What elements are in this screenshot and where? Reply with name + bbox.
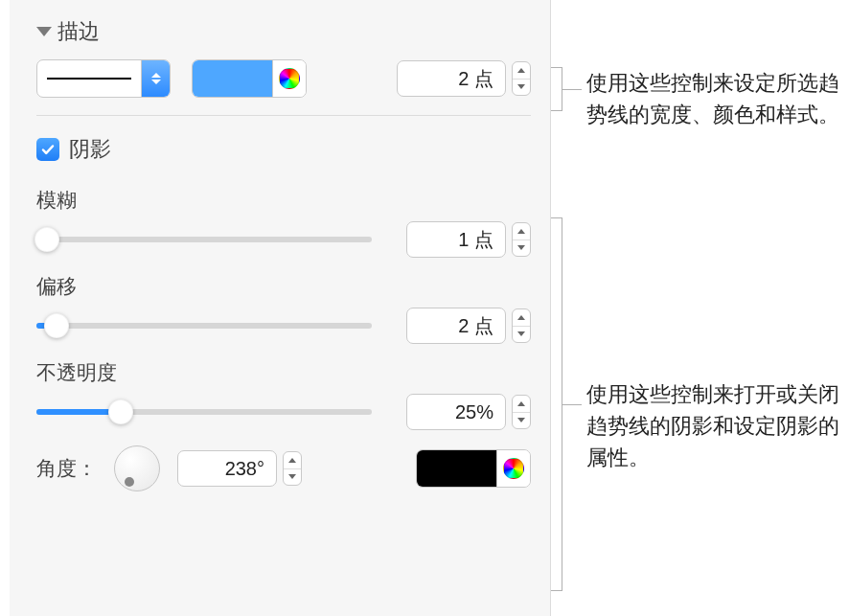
callout-bracket-2 (562, 217, 562, 591)
line-style-popup[interactable] (36, 59, 171, 98)
offset-value-group (406, 308, 531, 344)
angle-row: 角度： (36, 445, 531, 491)
stepper-down-icon[interactable] (513, 240, 530, 257)
stroke-width-stepper[interactable] (512, 61, 531, 96)
angle-label: 角度： (36, 455, 97, 482)
stroke-width-group (397, 60, 531, 97)
shadow-checkbox[interactable] (36, 138, 59, 161)
stepper-down-icon[interactable] (513, 413, 530, 429)
shadow-color-swatch[interactable] (417, 450, 497, 487)
inspector-panel: 描边 阴影 模糊 (10, 0, 551, 616)
callout-bracket-1 (562, 67, 562, 111)
shadow-color-well[interactable] (416, 449, 531, 488)
callout-text-1: 使用这些控制来设定所选趋势线的宽度、颜色和样式。 (586, 67, 839, 130)
line-style-dropdown-button[interactable] (141, 60, 170, 97)
color-wheel-icon (503, 458, 524, 479)
line-style-preview (37, 60, 141, 97)
slider-thumb-icon[interactable] (34, 227, 59, 252)
offset-section: 偏移 (36, 273, 531, 344)
line-icon (47, 78, 131, 80)
stepper-up-icon[interactable] (513, 223, 530, 240)
stroke-color-picker-button[interactable] (273, 60, 306, 97)
stroke-color-swatch[interactable] (193, 60, 273, 97)
shadow-color-picker-button[interactable] (497, 450, 530, 487)
blur-label: 模糊 (36, 187, 531, 214)
opacity-slider[interactable] (36, 398, 372, 426)
blur-stepper[interactable] (512, 222, 531, 257)
offset-label: 偏移 (36, 273, 531, 300)
offset-slider[interactable] (36, 311, 372, 340)
opacity-section: 不透明度 (36, 359, 531, 430)
angle-input[interactable] (177, 450, 277, 487)
callouts-area: 使用这些控制来设定所选趋势线的宽度、颜色和样式。 使用这些控制来打开或关闭趋势线… (552, 0, 839, 616)
stroke-section-title: 描边 (57, 17, 100, 46)
blur-slider[interactable] (36, 225, 372, 254)
stepper-up-icon[interactable] (513, 62, 530, 80)
opacity-value-group (406, 394, 531, 430)
shadow-checkbox-row[interactable]: 阴影 (36, 135, 531, 164)
section-divider (36, 115, 531, 116)
stepper-down-icon[interactable] (513, 80, 530, 96)
shadow-label: 阴影 (69, 135, 111, 164)
stepper-down-icon[interactable] (284, 469, 301, 486)
slider-thumb-icon[interactable] (44, 313, 69, 338)
offset-input[interactable] (406, 308, 506, 344)
color-wheel-icon (279, 68, 300, 89)
opacity-label: 不透明度 (36, 359, 531, 386)
opacity-input[interactable] (406, 394, 506, 430)
stroke-section-header[interactable]: 描边 (36, 17, 531, 46)
stroke-color-well[interactable] (192, 59, 307, 98)
stroke-width-input[interactable] (397, 60, 506, 97)
angle-indicator-icon (125, 477, 134, 487)
stepper-up-icon[interactable] (513, 396, 530, 413)
stepper-up-icon[interactable] (513, 309, 530, 327)
disclosure-triangle-icon (36, 27, 52, 36)
slider-thumb-icon[interactable] (108, 399, 133, 424)
blur-section: 模糊 (36, 187, 531, 258)
opacity-stepper[interactable] (512, 395, 531, 429)
checkmark-icon (40, 142, 56, 157)
angle-stepper[interactable] (283, 451, 302, 486)
stepper-up-icon[interactable] (284, 452, 301, 469)
stepper-down-icon[interactable] (513, 327, 530, 343)
blur-input[interactable] (406, 221, 506, 258)
blur-value-group (406, 221, 531, 258)
angle-value-group (177, 450, 302, 487)
offset-stepper[interactable] (512, 308, 531, 343)
angle-wheel[interactable] (114, 445, 160, 491)
stroke-controls-row (36, 59, 531, 98)
callout-text-2: 使用这些控制来打开或关闭趋势线的阴影和设定阴影的属性。 (586, 378, 839, 473)
